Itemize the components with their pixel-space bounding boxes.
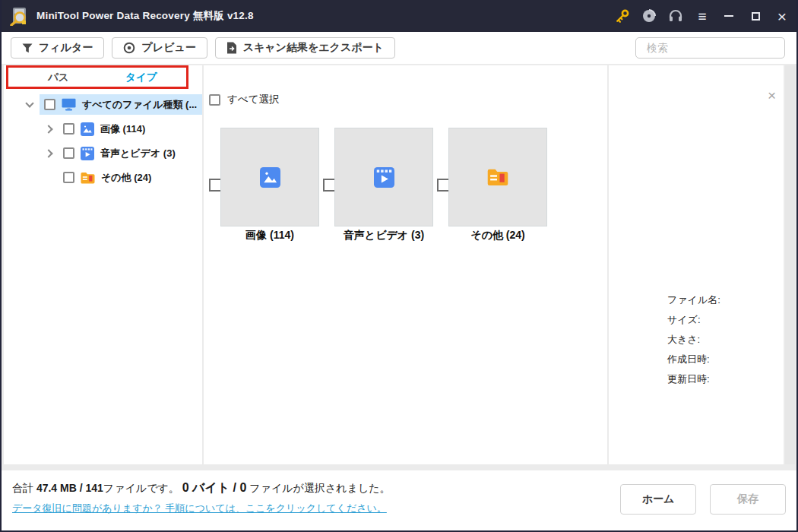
export-scan-result-button[interactable]: スキャン結果をエクスポート (215, 37, 395, 59)
tile-label-audio-video: 音声とビデオ (3) (327, 229, 441, 242)
tree-item-label: 音声とビデオ (3) (100, 147, 176, 160)
scan-summary: 合計 47.4 MB / 141ファイルです。 0 バイト / 0 ファイルが選… (12, 480, 391, 496)
detail-label-dimensions: 大きさ: (667, 333, 700, 347)
search-field[interactable] (647, 42, 784, 54)
tree-checkbox-all-file-types[interactable] (44, 99, 55, 110)
folder-icon (487, 168, 508, 186)
tree-checkbox-other[interactable] (63, 172, 74, 183)
chevron-right-icon[interactable] (44, 125, 52, 133)
select-all-label: すべて選択 (227, 93, 279, 106)
results-panel: すべて選択 画像 (114) 音声とビデオ (3) (204, 65, 607, 464)
tree-item-label: 画像 (114) (100, 122, 145, 136)
select-all-checkbox[interactable] (209, 94, 220, 106)
export-document-icon (226, 42, 237, 54)
video-icon (81, 147, 94, 160)
details-close-icon[interactable]: × (768, 88, 776, 103)
tree-checkbox-audio-video[interactable] (63, 147, 74, 159)
status-bar: 合計 47.4 MB / 141ファイルです。 0 バイト / 0 ファイルが選… (2, 470, 796, 530)
tree-item-label: すべてのファイル種類 (... (82, 98, 197, 112)
support-headset-icon[interactable] (667, 8, 684, 24)
bootable-media-disc-icon[interactable] (641, 8, 657, 24)
tree-item-audio-video[interactable]: 音声とビデオ (3) (4, 143, 202, 163)
selected-size-value: 0 バイト / 0 (182, 481, 247, 494)
window-border (0, 0, 2, 532)
vertical-scrollbar[interactable] (785, 65, 795, 464)
detail-label-file-name: ファイル名: (667, 293, 720, 307)
detail-label-modified: 更新日時: (667, 372, 710, 386)
maximize-button[interactable] (747, 8, 764, 24)
tree-checkbox-images[interactable] (63, 123, 74, 135)
image-icon (81, 122, 94, 136)
close-button[interactable]: × (774, 8, 790, 24)
preview-button[interactable]: プレビュー (112, 37, 207, 59)
folder-icon (81, 172, 95, 184)
detail-label-size: サイズ: (667, 313, 701, 327)
app-window: MiniTool Power Data Recovery 無料版 v12.8 (0, 0, 798, 532)
filter-button[interactable]: フィルター (11, 37, 104, 59)
title-bar: MiniTool Power Data Recovery 無料版 v12.8 (0, 0, 798, 32)
window-title: MiniTool Power Data Recovery 無料版 v12.8 (36, 9, 254, 23)
tab-bar: パス タイプ (4, 65, 202, 90)
app-logo-icon (9, 6, 29, 26)
tile-other[interactable] (448, 128, 547, 226)
tree-item-other[interactable]: その他 (24) (4, 167, 202, 188)
select-all-row: すべて選択 (209, 93, 279, 106)
save-button[interactable]: 保存 (710, 484, 786, 515)
chevron-right-icon[interactable] (44, 149, 52, 157)
file-tree-panel: パス タイプ すべてのファイル種類 (... (4, 65, 202, 464)
help-link[interactable]: データ復旧に問題がありますか？ 手順については、ここをクリックしてください。 (12, 502, 387, 515)
image-icon (260, 167, 280, 188)
monitor-icon (62, 98, 76, 111)
detail-label-created: 作成日時: (667, 353, 710, 366)
toolbar: フィルター プレビュー スキャン結果をエクスポート (2, 32, 796, 64)
tab-type[interactable]: タイプ (125, 65, 157, 90)
tile-label-images: 画像 (114) (213, 229, 327, 242)
tree-item-images[interactable]: 画像 (114) (4, 119, 202, 139)
tile-audio-video[interactable] (334, 128, 433, 226)
total-size-value: 47.4 MB / 141 (36, 482, 103, 494)
menu-icon[interactable]: ≡ (694, 8, 711, 24)
preview-eye-icon (123, 42, 135, 54)
tile-label-other: その他 (24) (441, 229, 555, 242)
chevron-down-icon[interactable] (25, 99, 33, 107)
search-input[interactable] (635, 37, 785, 59)
video-icon (374, 167, 394, 188)
file-details-panel: × ファイル名: サイズ: 大きさ: 作成日時: 更新日時: (609, 65, 784, 464)
home-button[interactable]: ホーム (620, 484, 696, 515)
tree-item-all-file-types[interactable]: すべてのファイル種類 (... (4, 94, 202, 115)
filter-funnel-icon (22, 43, 33, 53)
minimize-button[interactable] (720, 8, 737, 24)
tree-item-label: その他 (24) (101, 171, 151, 185)
license-key-icon[interactable] (614, 8, 631, 24)
tile-images[interactable] (220, 128, 319, 226)
tab-path[interactable]: パス (48, 65, 69, 90)
